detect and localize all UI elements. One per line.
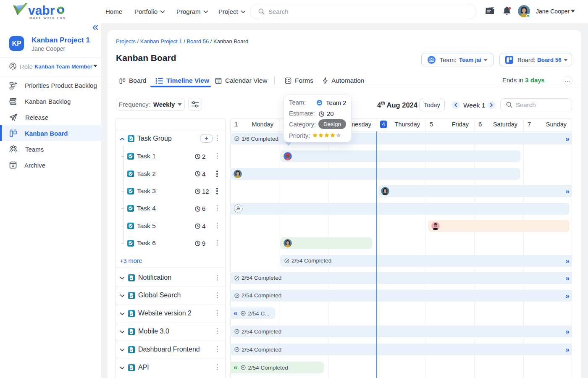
svg-text:vabr: vabr — [28, 3, 55, 17]
svg-text:Make Work Fun: Make Work Fun — [29, 16, 66, 20]
